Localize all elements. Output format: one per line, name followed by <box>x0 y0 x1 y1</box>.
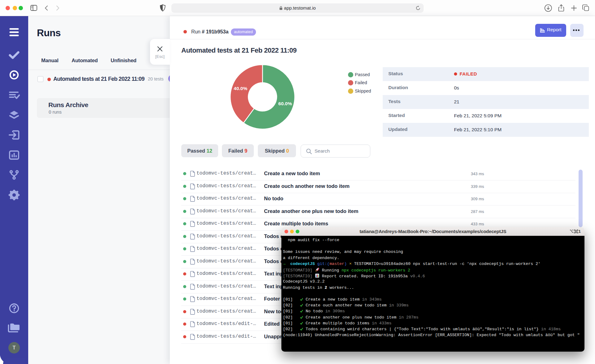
svg-text:60.0%: 60.0% <box>278 101 292 106</box>
svg-text:40.0%: 40.0% <box>234 86 247 91</box>
